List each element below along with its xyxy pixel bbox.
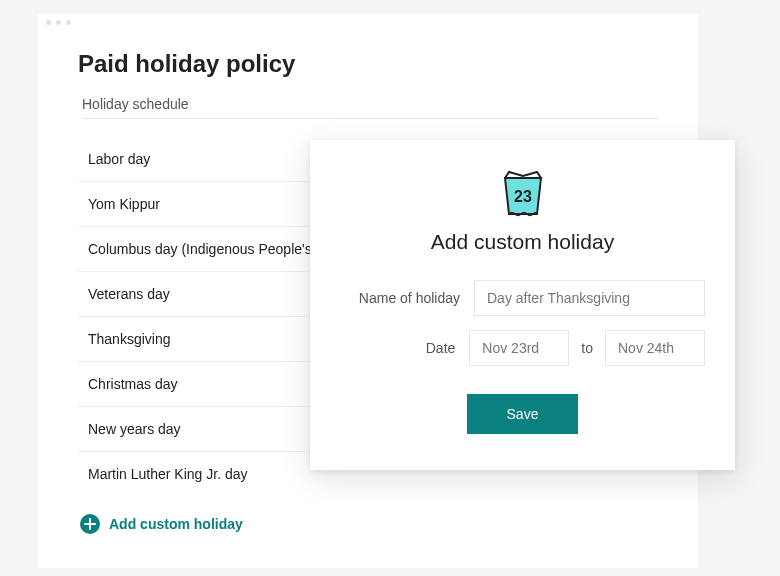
add-custom-holiday-link[interactable]: Add custom holiday: [78, 510, 658, 538]
section-label: Holiday schedule: [82, 96, 658, 119]
holiday-name-input[interactable]: [474, 280, 705, 316]
date-label: Date: [335, 340, 455, 356]
calendar-icon: 23: [340, 170, 705, 220]
window-traffic-lights: [46, 20, 71, 25]
date-to-input[interactable]: [605, 330, 705, 366]
page-title: Paid holiday policy: [78, 50, 658, 78]
dialog-title: Add custom holiday: [340, 230, 705, 254]
save-button[interactable]: Save: [467, 394, 579, 434]
plus-circle-icon: [80, 514, 100, 534]
date-to-label: to: [581, 340, 593, 356]
date-from-input[interactable]: [469, 330, 569, 366]
name-of-holiday-label: Name of holiday: [340, 290, 460, 306]
calendar-day-number: 23: [514, 188, 532, 205]
add-holiday-label: Add custom holiday: [109, 516, 243, 532]
add-custom-holiday-dialog: 23 Add custom holiday Name of holiday Da…: [310, 140, 735, 470]
